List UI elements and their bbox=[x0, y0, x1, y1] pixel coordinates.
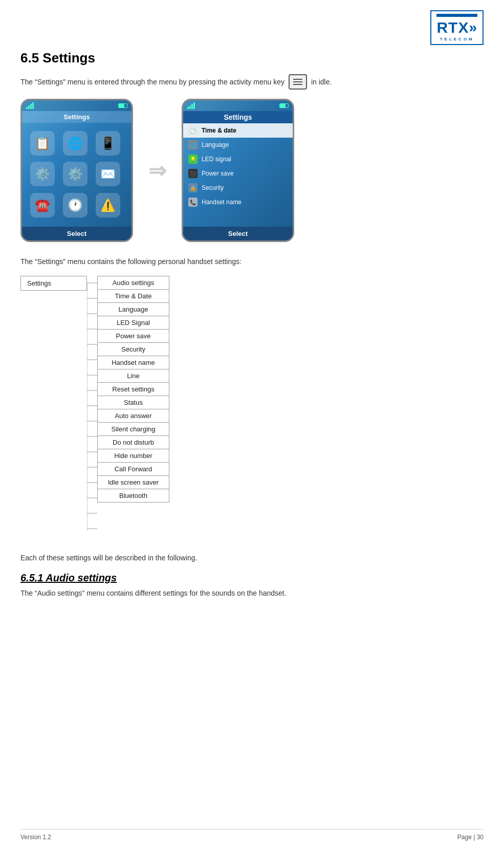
phone2-menu-item-2: 💡 LED signal bbox=[183, 152, 293, 166]
icon-settings: ⚙️ bbox=[30, 162, 55, 186]
phone2-menu-item-4: 🔒 Security bbox=[183, 181, 293, 195]
tree-item-12: Do not disturb bbox=[97, 435, 169, 449]
tree-item-8: Reset settings bbox=[97, 382, 169, 396]
intro-text-before: The “Settings” menu is entered through t… bbox=[20, 78, 284, 86]
menu-label-0: Time & date bbox=[202, 127, 236, 134]
phone2-menu-item-3: ⬛ Power save bbox=[183, 166, 293, 181]
phone2-signal bbox=[187, 102, 195, 109]
telecom-label: TELECOM bbox=[440, 37, 474, 41]
tree-item-14: Call Forward bbox=[97, 462, 169, 476]
rtx-chevrons-icon: » bbox=[469, 19, 477, 36]
signal-indicator bbox=[26, 102, 34, 109]
tree-item-10: Auto answer bbox=[97, 409, 169, 423]
battery-indicator bbox=[118, 103, 127, 108]
phone1-icons-grid: 📋 🌐 📱 ⚙️ ⚙️ ✉️ ☎️ 🕐 ⚠️ bbox=[22, 123, 132, 227]
tree-table: Settings bbox=[20, 276, 169, 538]
signal-bar-4 bbox=[32, 102, 34, 109]
tree-items-list: Audio settings Time & Date Language LED … bbox=[97, 276, 169, 502]
phone2-settings-list: 🕐 Time & date 🌐 Language 💡 LED signal ⬛ … bbox=[183, 123, 293, 227]
phone-screenshot-1: Settings 📋 🌐 📱 ⚙️ ⚙️ ✉️ ☎️ 🕐 ⚠️ Select bbox=[20, 99, 133, 242]
signal-bar-a bbox=[187, 107, 189, 109]
menu-icon-power: ⬛ bbox=[188, 169, 198, 178]
menu-icon-handset: 📞 bbox=[188, 198, 198, 207]
tree-item-7: Line bbox=[97, 369, 169, 383]
menu-icon-lang: 🌐 bbox=[188, 140, 198, 149]
icon-mail: ✉️ bbox=[96, 162, 120, 186]
tree-item-9: Status bbox=[97, 396, 169, 409]
menu-key-lines bbox=[293, 79, 302, 85]
tree-item-2: Language bbox=[97, 302, 169, 316]
icon-warning: ⚠️ bbox=[96, 193, 120, 217]
signal-bar-b bbox=[189, 105, 191, 109]
tree-desc-text: The “Settings” menu contains the followi… bbox=[20, 257, 484, 266]
phone1-status-bar bbox=[22, 100, 132, 111]
settings-tree: Settings bbox=[20, 276, 484, 538]
subsection-title: 6.5.1 Audio settings bbox=[20, 572, 484, 584]
tree-item-13: Hide number bbox=[97, 449, 169, 463]
tree-item-16: Bluetooth bbox=[97, 489, 169, 503]
signal-bar-1 bbox=[26, 107, 28, 109]
rtx-text: RTX » bbox=[436, 19, 477, 36]
tree-root-cell: Settings bbox=[20, 276, 87, 538]
icon-contacts: 📋 bbox=[30, 131, 55, 156]
tree-item-15: Idle screen saver bbox=[97, 475, 169, 489]
menu-label-2: LED signal bbox=[202, 156, 231, 163]
phone1-select-bar: Select bbox=[22, 227, 132, 241]
intro-paragraph: The “Settings” menu is entered through t… bbox=[20, 74, 484, 90]
menu-icon-security: 🔒 bbox=[188, 183, 198, 192]
battery-fill bbox=[119, 104, 124, 107]
menu-label-4: Security bbox=[202, 184, 224, 191]
tree-root-label: Settings bbox=[20, 276, 87, 291]
tree-item-6: Handset name bbox=[97, 356, 169, 369]
footer-page: Page | 30 bbox=[457, 834, 484, 841]
tree-item-3: LED Signal bbox=[97, 316, 169, 330]
section-title: 6.5 Settings bbox=[20, 50, 484, 66]
signal-bar-3 bbox=[30, 104, 32, 109]
intro-text-after: in idle. bbox=[311, 78, 332, 86]
phone2-menu-item-0: 🕐 Time & date bbox=[183, 123, 293, 138]
icon-phone2: ☎️ bbox=[30, 193, 55, 217]
tree-item-1: Time & Date bbox=[97, 289, 169, 303]
tree-item-0: Audio settings bbox=[97, 276, 169, 290]
phone2-select-bar: Select bbox=[183, 227, 293, 241]
menu-label-5: Handset name bbox=[202, 199, 242, 206]
phone2-screen: Settings 🕐 Time & date 🌐 Language 💡 LED … bbox=[183, 100, 293, 241]
phone2-title: Settings bbox=[183, 111, 293, 123]
menu-key-line-3 bbox=[293, 84, 302, 85]
phone-screenshot-2: Settings 🕐 Time & date 🌐 Language 💡 LED … bbox=[182, 99, 294, 242]
screenshots-row: Settings 📋 🌐 📱 ⚙️ ⚙️ ✉️ ☎️ 🕐 ⚠️ Select ⇒ bbox=[20, 99, 484, 242]
body-text: Each of these settings will be described… bbox=[20, 554, 484, 562]
tree-items-cell: Audio settings Time & Date Language LED … bbox=[97, 276, 169, 538]
phone2-battery-fill bbox=[280, 104, 286, 107]
tree-connector-svg bbox=[87, 276, 97, 537]
signal-bar-d bbox=[193, 102, 195, 109]
icon-phone: 📱 bbox=[96, 131, 120, 156]
menu-key-icon bbox=[289, 74, 307, 90]
phone2-battery bbox=[279, 103, 289, 108]
header-logo-area: RTX » TELECOM bbox=[20, 10, 484, 45]
icon-clock: 🕐 bbox=[63, 193, 87, 217]
tree-item-5: Security bbox=[97, 342, 169, 356]
rtx-logo: RTX » TELECOM bbox=[430, 10, 484, 45]
menu-key-line-1 bbox=[293, 79, 302, 80]
footer-version: Version 1.2 bbox=[20, 834, 51, 841]
tree-item-11: Silent charging bbox=[97, 422, 169, 436]
signal-bar-2 bbox=[28, 105, 30, 109]
phone2-menu-item-1: 🌐 Language bbox=[183, 138, 293, 152]
signal-bar-c bbox=[191, 104, 193, 109]
phone1-title: Settings bbox=[22, 111, 132, 123]
menu-label-1: Language bbox=[202, 141, 229, 148]
subsection-text: The “Audio settings” menu contains diffe… bbox=[20, 589, 484, 597]
footer: Version 1.2 Page | 30 bbox=[20, 829, 484, 841]
phone2-status-bar bbox=[183, 100, 293, 111]
menu-label-3: Power save bbox=[202, 170, 234, 177]
connector-cell bbox=[87, 276, 97, 538]
icon-settings2: ⚙️ bbox=[63, 162, 87, 186]
menu-icon-led: 💡 bbox=[188, 155, 198, 164]
phone2-menu-item-5: 📞 Handset name bbox=[183, 195, 293, 209]
menu-key-line-2 bbox=[293, 81, 302, 82]
phone1-screen: Settings 📋 🌐 📱 ⚙️ ⚙️ ✉️ ☎️ 🕐 ⚠️ Select bbox=[22, 100, 132, 241]
menu-icon-clock: 🕐 bbox=[188, 126, 198, 135]
icon-web: 🌐 bbox=[63, 131, 87, 156]
arrow-right-icon: ⇒ bbox=[148, 158, 166, 183]
